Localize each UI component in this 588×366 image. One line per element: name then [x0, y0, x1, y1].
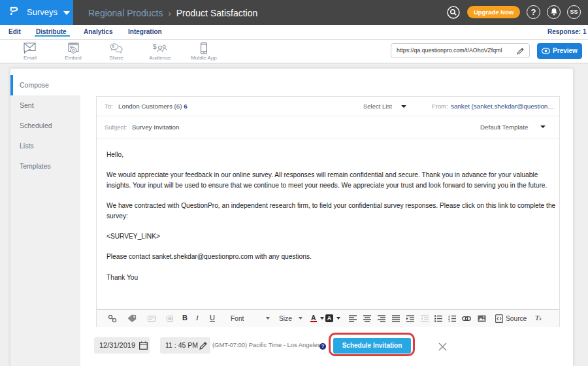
svg-text:3: 3 [448, 320, 450, 322]
svg-text:$: $ [153, 43, 157, 50]
